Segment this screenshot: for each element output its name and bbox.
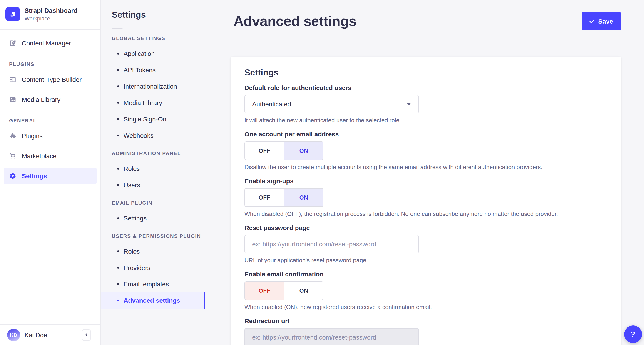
- sidebar-item-label: Marketplace: [22, 152, 56, 159]
- app: Strapi Dashboard Workplace Content Manag…: [0, 0, 644, 345]
- subnav-item-application[interactable]: Application: [101, 46, 205, 62]
- field-label: Default role for authenticated users: [244, 84, 607, 91]
- content-manager-icon: [9, 39, 16, 47]
- toggle-option-off[interactable]: OFF: [245, 142, 284, 160]
- brand-block: Strapi Dashboard Workplace: [0, 0, 100, 29]
- field-redirection-url: Redirection url: [244, 317, 607, 345]
- subnav-section: EMAIL PLUGINSettings: [101, 200, 205, 226]
- toggle-option-off[interactable]: OFF: [245, 282, 284, 299]
- subnav-item-webhooks[interactable]: Webhooks: [101, 127, 205, 144]
- subnav-item-email-templates[interactable]: Email templates: [101, 276, 205, 292]
- panel-heading: Settings: [244, 68, 607, 78]
- settings-gear-icon: [9, 172, 16, 179]
- sidebar-item-media-library[interactable]: Media Library: [4, 91, 97, 108]
- subnav-item-label: Settings: [124, 215, 146, 222]
- subnav-section-label: ADMINISTRATION PANEL: [112, 150, 205, 156]
- sidebar-item-label: Settings: [22, 172, 47, 179]
- plugins-icon: [9, 132, 16, 139]
- sidebar-collapse-button[interactable]: [82, 329, 91, 341]
- app-sidebar: Strapi Dashboard Workplace Content Manag…: [0, 0, 101, 345]
- subnav-section-label: GLOBAL SETTINGS: [112, 36, 205, 41]
- subnav-item-roles[interactable]: Roles: [101, 243, 205, 259]
- bullet-icon: [117, 69, 119, 71]
- sidebar-item-label: Content-Type Builder: [22, 76, 82, 83]
- select-value: Authenticated: [252, 101, 291, 108]
- subnav-item-api-tokens[interactable]: API Tokens: [101, 62, 205, 78]
- bullet-icon: [117, 135, 119, 136]
- input-redirection-url[interactable]: [244, 328, 419, 345]
- subnav-sections: GLOBAL SETTINGSApplicationAPI TokensInte…: [101, 36, 205, 309]
- subnav-item-label: Providers: [124, 264, 150, 271]
- sidebar-item-content-type-builder[interactable]: Content-Type Builder: [4, 71, 97, 88]
- sidebar-item-marketplace[interactable]: Marketplace: [4, 148, 97, 164]
- field-enable-email-confirmation: Enable email confirmationOFFONWhen enabl…: [244, 270, 607, 311]
- bullet-icon: [117, 217, 119, 219]
- select-default-role-for-authenticated-users[interactable]: Authenticated: [244, 95, 419, 113]
- subnav-item-users[interactable]: Users: [101, 177, 205, 193]
- save-button[interactable]: Save: [582, 12, 621, 31]
- toggle-enable-sign-ups: OFFON: [244, 188, 324, 207]
- check-icon: [589, 19, 595, 24]
- toggle-one-account-per-email-address: OFFON: [244, 141, 324, 160]
- subnav-section-label: EMAIL PLUGIN: [112, 200, 205, 205]
- subnav-section-label: USERS & PERMISSIONS PLUGIN: [112, 233, 205, 239]
- field-label: Enable sign-ups: [244, 177, 607, 185]
- subnav-divider: [112, 28, 123, 29]
- chevron-down-icon: [406, 103, 411, 106]
- field-hint: When enabled (ON), new registered users …: [244, 303, 607, 311]
- toggle-enable-email-confirmation: OFFON: [244, 281, 324, 300]
- field-hint: It will attach the new authenticated use…: [244, 116, 607, 124]
- subnav-item-label: API Tokens: [124, 66, 156, 74]
- sidebar-item-settings[interactable]: Settings: [4, 168, 97, 184]
- toggle-option-on[interactable]: ON: [284, 282, 323, 299]
- bullet-icon: [117, 283, 119, 285]
- sidebar-item-label: Content Manager: [22, 39, 71, 47]
- settings-subnav: Settings GLOBAL SETTINGSApplicationAPI T…: [101, 0, 205, 345]
- user-area: KD Kai Doe: [0, 324, 100, 345]
- sidebar-item-plugins[interactable]: Plugins: [4, 128, 97, 144]
- subnav-item-providers[interactable]: Providers: [101, 259, 205, 276]
- subnav-section: GLOBAL SETTINGSApplicationAPI TokensInte…: [101, 36, 205, 144]
- field-default-role-for-authenticated-users: Default role for authenticated usersAuth…: [244, 84, 607, 124]
- brand-name: Strapi Dashboard: [24, 7, 78, 15]
- bullet-icon: [117, 102, 119, 104]
- settings-panel: Settings Default role for authenticated …: [231, 57, 621, 345]
- sidebar-item-content-manager[interactable]: Content Manager: [4, 35, 97, 51]
- sidebar-item-label: Plugins: [22, 132, 43, 139]
- toggle-option-off[interactable]: OFF: [245, 189, 284, 206]
- marketplace-icon: [9, 152, 16, 159]
- field-enable-sign-ups: Enable sign-upsOFFONWhen disabled (OFF),…: [244, 177, 607, 218]
- subnav-item-settings[interactable]: Settings: [101, 210, 205, 226]
- content-type-builder-icon: [9, 76, 16, 83]
- subnav-item-internationalization[interactable]: Internationalization: [101, 78, 205, 95]
- strapi-logo-icon: [6, 7, 20, 22]
- field-reset-password-page: Reset password pageURL of your applicati…: [244, 224, 607, 264]
- field-label: One account per email address: [244, 130, 607, 138]
- toggle-option-on[interactable]: ON: [284, 189, 323, 206]
- field-hint: URL of your application's reset password…: [244, 256, 607, 264]
- bullet-icon: [117, 86, 119, 87]
- sidebar-section-label: PLUGINS: [9, 61, 100, 67]
- media-library-icon: [9, 96, 16, 103]
- toggle-option-on[interactable]: ON: [284, 142, 323, 160]
- subnav-item-label: Users: [124, 181, 140, 189]
- subnav-item-advanced-settings[interactable]: Advanced settings: [101, 292, 205, 309]
- bullet-icon: [117, 118, 119, 120]
- help-button[interactable]: ?: [624, 325, 642, 343]
- bullet-icon: [117, 53, 119, 55]
- settings-fields: Default role for authenticated usersAuth…: [244, 84, 607, 345]
- subnav-item-media-library[interactable]: Media Library: [101, 95, 205, 111]
- field-label: Redirection url: [244, 317, 607, 324]
- subnav-item-roles[interactable]: Roles: [101, 160, 205, 177]
- subnav-item-label: Application: [124, 50, 155, 57]
- field-label: Reset password page: [244, 224, 607, 231]
- page-title: Advanced settings: [234, 13, 356, 29]
- main-header: Advanced settings Save: [205, 0, 644, 31]
- avatar: KD: [7, 328, 20, 341]
- input-reset-password-page[interactable]: [244, 235, 419, 253]
- bullet-icon: [117, 250, 119, 252]
- subnav-item-label: Email templates: [124, 280, 169, 288]
- bullet-icon: [117, 184, 119, 186]
- subnav-item-single-sign-on[interactable]: Single Sign-On: [101, 111, 205, 127]
- bullet-icon: [117, 299, 119, 301]
